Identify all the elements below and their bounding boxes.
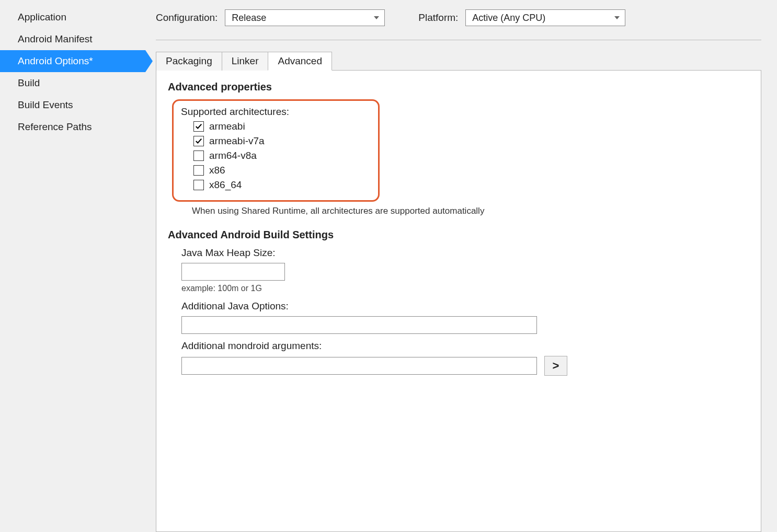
arch-label: x86_64 <box>209 179 242 191</box>
tab-linker[interactable]: Linker <box>222 52 269 71</box>
checkbox-x86-64[interactable] <box>193 180 204 190</box>
arch-option-arm64-v8a[interactable]: arm64-v8a <box>193 150 289 161</box>
arch-option-armeabi-v7a[interactable]: armeabi-v7a <box>193 135 289 147</box>
mondroid-args-label: Additional mondroid arguments: <box>181 340 749 352</box>
project-properties-sidebar: Application Android Manifest Android Opt… <box>0 0 145 532</box>
java-options-input[interactable] <box>181 316 537 334</box>
sidebar-item-build[interactable]: Build <box>0 72 145 94</box>
tab-packaging[interactable]: Packaging <box>156 52 222 71</box>
advanced-build-settings-heading: Advanced Android Build Settings <box>168 229 749 241</box>
architectures-hint: When using Shared Runtime, all architect… <box>192 206 749 216</box>
platform-select[interactable]: Active (Any CPU) <box>465 9 625 26</box>
platform-label: Platform: <box>418 12 458 24</box>
checkbox-x86[interactable] <box>193 165 204 176</box>
checkbox-armeabi-v7a[interactable] <box>193 136 204 146</box>
arch-label: x86 <box>209 165 225 176</box>
check-icon <box>195 123 202 130</box>
sidebar-item-build-events[interactable]: Build Events <box>0 94 145 116</box>
configuration-select[interactable]: Release <box>225 9 385 26</box>
mondroid-more-button[interactable]: > <box>544 356 567 376</box>
advanced-properties-heading: Advanced properties <box>168 81 749 93</box>
configuration-toolbar: Configuration: Release Platform: Active … <box>156 9 761 40</box>
architectures-highlight: Supported architectures: armeabi <box>172 99 380 202</box>
mondroid-args-input[interactable] <box>181 357 537 375</box>
arch-option-armeabi[interactable]: armeabi <box>193 121 289 132</box>
java-heap-label: Java Max Heap Size: <box>181 247 749 259</box>
sidebar-item-android-manifest[interactable]: Android Manifest <box>0 28 145 50</box>
advanced-tabpanel: Advanced properties Supported architectu… <box>156 70 761 532</box>
tab-advanced[interactable]: Advanced <box>268 52 332 71</box>
configuration-value: Release <box>232 13 266 24</box>
arch-option-x86-64[interactable]: x86_64 <box>193 179 289 191</box>
options-tabbar: Packaging Linker Advanced <box>156 52 761 71</box>
platform-value: Active (Any CPU) <box>472 13 545 24</box>
sidebar-item-application[interactable]: Application <box>0 6 145 28</box>
java-options-label: Additional Java Options: <box>181 300 749 312</box>
arch-option-x86[interactable]: x86 <box>193 165 289 176</box>
chevron-down-icon <box>374 16 379 19</box>
checkbox-arm64-v8a[interactable] <box>193 151 204 161</box>
supported-architectures-label: Supported architectures: <box>181 106 289 118</box>
arch-label: armeabi-v7a <box>209 135 265 147</box>
sidebar-item-reference-paths[interactable]: Reference Paths <box>0 116 145 138</box>
java-heap-example: example: 100m or 1G <box>181 284 749 293</box>
arch-label: armeabi <box>209 121 245 132</box>
checkbox-armeabi[interactable] <box>193 121 204 132</box>
check-icon <box>195 137 202 145</box>
chevron-down-icon <box>614 16 620 19</box>
sidebar-item-android-options[interactable]: Android Options* <box>0 50 145 72</box>
configuration-label: Configuration: <box>156 12 218 24</box>
arch-label: arm64-v8a <box>209 150 257 161</box>
java-heap-input[interactable] <box>181 263 285 281</box>
